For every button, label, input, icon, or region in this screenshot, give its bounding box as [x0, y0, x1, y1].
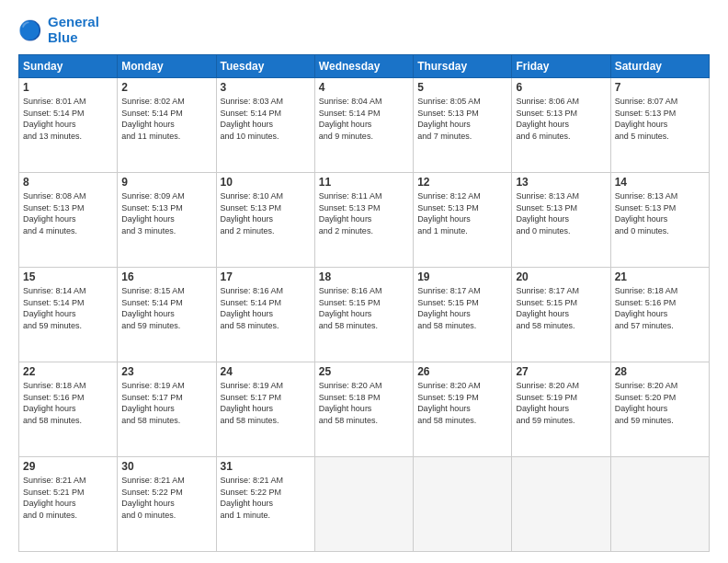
calendar-week-row: 29Sunrise: 8:21 AMSunset: 5:21 PMDayligh…: [19, 457, 710, 552]
day-number: 13: [516, 176, 606, 189]
calendar-week-row: 8Sunrise: 8:08 AMSunset: 5:13 PMDaylight…: [19, 173, 710, 268]
day-number: 22: [23, 365, 113, 378]
calendar-week-row: 15Sunrise: 8:14 AMSunset: 5:14 PMDayligh…: [19, 268, 710, 362]
day-info: Sunrise: 8:19 AMSunset: 5:17 PMDaylight …: [221, 380, 311, 426]
col-saturday: Saturday: [610, 55, 709, 78]
calendar-header-row: Sunday Monday Tuesday Wednesday Thursday…: [19, 55, 710, 78]
logo-bird-icon: 🔵: [18, 17, 44, 43]
day-number: 28: [615, 365, 705, 378]
day-number: 27: [516, 365, 606, 378]
day-number: 15: [23, 270, 113, 283]
table-cell: 19Sunrise: 8:17 AMSunset: 5:15 PMDayligh…: [414, 268, 512, 362]
col-monday: Monday: [118, 55, 216, 78]
day-number: 4: [319, 81, 409, 94]
table-cell: 23Sunrise: 8:19 AMSunset: 5:17 PMDayligh…: [118, 362, 216, 457]
day-info: Sunrise: 8:18 AMSunset: 5:16 PMDaylight …: [23, 380, 113, 426]
table-cell: [512, 457, 610, 552]
table-cell: 16Sunrise: 8:15 AMSunset: 5:14 PMDayligh…: [118, 268, 216, 362]
table-cell: 5Sunrise: 8:05 AMSunset: 5:13 PMDaylight…: [414, 78, 512, 173]
day-number: 7: [615, 81, 705, 94]
day-info: Sunrise: 8:07 AMSunset: 5:13 PMDaylight …: [615, 96, 705, 142]
table-cell: 3Sunrise: 8:03 AMSunset: 5:14 PMDaylight…: [216, 78, 314, 173]
day-number: 29: [23, 460, 113, 473]
table-cell: 28Sunrise: 8:20 AMSunset: 5:20 PMDayligh…: [610, 362, 709, 457]
day-number: 5: [417, 81, 507, 94]
day-number: 9: [121, 176, 211, 189]
table-cell: [414, 457, 512, 552]
day-number: 25: [319, 365, 409, 378]
day-info: Sunrise: 8:08 AMSunset: 5:13 PMDaylight …: [23, 190, 113, 236]
day-info: Sunrise: 8:21 AMSunset: 5:22 PMDaylight …: [121, 475, 211, 521]
table-cell: 2Sunrise: 8:02 AMSunset: 5:14 PMDaylight…: [118, 78, 216, 173]
header: 🔵 General Blue: [18, 15, 710, 45]
day-info: Sunrise: 8:06 AMSunset: 5:13 PMDaylight …: [516, 96, 606, 142]
day-info: Sunrise: 8:04 AMSunset: 5:14 PMDaylight …: [319, 96, 409, 142]
day-info: Sunrise: 8:18 AMSunset: 5:16 PMDaylight …: [615, 285, 705, 331]
table-cell: 25Sunrise: 8:20 AMSunset: 5:18 PMDayligh…: [314, 362, 413, 457]
col-thursday: Thursday: [414, 55, 512, 78]
day-number: 11: [319, 176, 409, 189]
table-cell: 11Sunrise: 8:11 AMSunset: 5:13 PMDayligh…: [314, 173, 413, 268]
day-number: 2: [121, 81, 211, 94]
table-cell: 4Sunrise: 8:04 AMSunset: 5:14 PMDaylight…: [314, 78, 413, 173]
table-cell: 1Sunrise: 8:01 AMSunset: 5:14 PMDaylight…: [19, 78, 118, 173]
table-cell: 22Sunrise: 8:18 AMSunset: 5:16 PMDayligh…: [19, 362, 118, 457]
day-number: 12: [417, 176, 507, 189]
day-info: Sunrise: 8:20 AMSunset: 5:19 PMDaylight …: [516, 380, 606, 426]
day-number: 14: [615, 176, 705, 189]
logo-text: General Blue: [48, 15, 99, 45]
day-number: 18: [319, 270, 409, 283]
page: 🔵 General Blue Sunday Monday Tuesday Wed…: [0, 0, 728, 563]
day-info: Sunrise: 8:17 AMSunset: 5:15 PMDaylight …: [516, 285, 606, 331]
table-cell: 27Sunrise: 8:20 AMSunset: 5:19 PMDayligh…: [512, 362, 610, 457]
day-info: Sunrise: 8:21 AMSunset: 5:22 PMDaylight …: [221, 475, 311, 521]
day-number: 19: [417, 270, 507, 283]
table-cell: 13Sunrise: 8:13 AMSunset: 5:13 PMDayligh…: [512, 173, 610, 268]
day-info: Sunrise: 8:10 AMSunset: 5:13 PMDaylight …: [221, 190, 311, 236]
table-cell: [610, 457, 709, 552]
col-friday: Friday: [512, 55, 610, 78]
table-cell: 9Sunrise: 8:09 AMSunset: 5:13 PMDaylight…: [118, 173, 216, 268]
day-info: Sunrise: 8:12 AMSunset: 5:13 PMDaylight …: [417, 190, 507, 236]
table-cell: 7Sunrise: 8:07 AMSunset: 5:13 PMDaylight…: [610, 78, 709, 173]
day-info: Sunrise: 8:02 AMSunset: 5:14 PMDaylight …: [121, 96, 211, 142]
table-cell: 24Sunrise: 8:19 AMSunset: 5:17 PMDayligh…: [216, 362, 314, 457]
table-cell: 15Sunrise: 8:14 AMSunset: 5:14 PMDayligh…: [19, 268, 118, 362]
day-info: Sunrise: 8:09 AMSunset: 5:13 PMDaylight …: [121, 190, 211, 236]
day-number: 16: [121, 270, 211, 283]
day-info: Sunrise: 8:01 AMSunset: 5:14 PMDaylight …: [23, 96, 113, 142]
day-info: Sunrise: 8:13 AMSunset: 5:13 PMDaylight …: [615, 190, 705, 236]
day-info: Sunrise: 8:05 AMSunset: 5:13 PMDaylight …: [417, 96, 507, 142]
table-cell: 20Sunrise: 8:17 AMSunset: 5:15 PMDayligh…: [512, 268, 610, 362]
day-number: 17: [221, 270, 311, 283]
svg-text:🔵: 🔵: [18, 17, 42, 41]
logo: 🔵 General Blue: [18, 15, 99, 45]
day-number: 30: [121, 460, 211, 473]
day-number: 3: [221, 81, 311, 94]
day-info: Sunrise: 8:17 AMSunset: 5:15 PMDaylight …: [417, 285, 507, 331]
table-cell: 29Sunrise: 8:21 AMSunset: 5:21 PMDayligh…: [19, 457, 118, 552]
day-number: 26: [417, 365, 507, 378]
col-wednesday: Wednesday: [314, 55, 413, 78]
day-number: 8: [23, 176, 113, 189]
table-cell: 30Sunrise: 8:21 AMSunset: 5:22 PMDayligh…: [118, 457, 216, 552]
day-number: 1: [23, 81, 113, 94]
day-number: 6: [516, 81, 606, 94]
table-cell: 12Sunrise: 8:12 AMSunset: 5:13 PMDayligh…: [414, 173, 512, 268]
day-info: Sunrise: 8:13 AMSunset: 5:13 PMDaylight …: [516, 190, 606, 236]
col-sunday: Sunday: [19, 55, 118, 78]
table-cell: [314, 457, 413, 552]
calendar-week-row: 22Sunrise: 8:18 AMSunset: 5:16 PMDayligh…: [19, 362, 710, 457]
day-info: Sunrise: 8:20 AMSunset: 5:20 PMDaylight …: [615, 380, 705, 426]
day-number: 20: [516, 270, 606, 283]
table-cell: 6Sunrise: 8:06 AMSunset: 5:13 PMDaylight…: [512, 78, 610, 173]
day-number: 31: [221, 460, 311, 473]
calendar-week-row: 1Sunrise: 8:01 AMSunset: 5:14 PMDaylight…: [19, 78, 710, 173]
day-info: Sunrise: 8:19 AMSunset: 5:17 PMDaylight …: [121, 380, 211, 426]
day-info: Sunrise: 8:16 AMSunset: 5:15 PMDaylight …: [319, 285, 409, 331]
day-info: Sunrise: 8:20 AMSunset: 5:18 PMDaylight …: [319, 380, 409, 426]
day-number: 21: [615, 270, 705, 283]
day-info: Sunrise: 8:14 AMSunset: 5:14 PMDaylight …: [23, 285, 113, 331]
calendar-table: Sunday Monday Tuesday Wednesday Thursday…: [18, 54, 710, 552]
day-info: Sunrise: 8:20 AMSunset: 5:19 PMDaylight …: [417, 380, 507, 426]
